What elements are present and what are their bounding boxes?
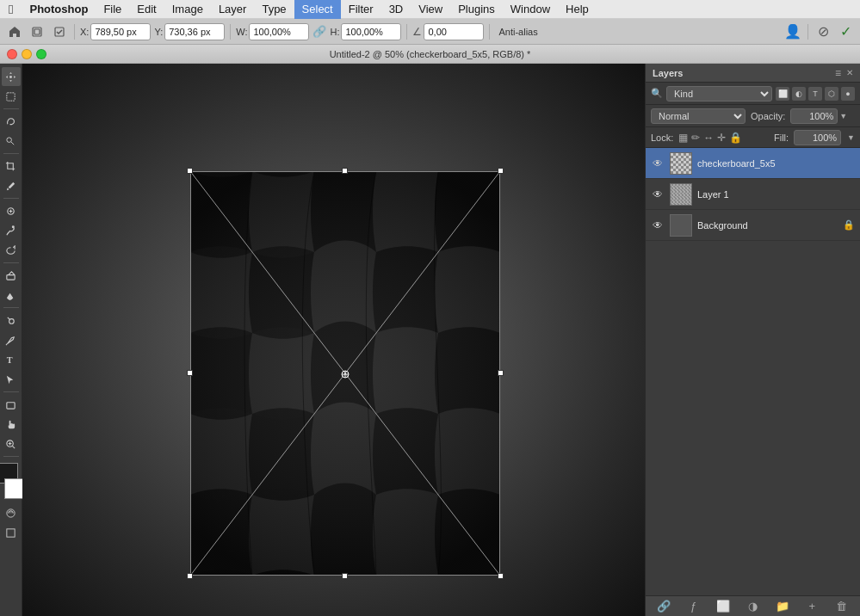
opacity-field: ▼ bbox=[790, 108, 847, 124]
angle-field: ∠ bbox=[412, 23, 484, 40]
maximize-button[interactable] bbox=[36, 49, 46, 59]
fill-dropdown-icon[interactable]: ▼ bbox=[847, 133, 855, 142]
transform-handle-top-right[interactable] bbox=[498, 168, 504, 174]
zoom-tool[interactable] bbox=[2, 434, 21, 453]
options-icon[interactable]: 👤 bbox=[783, 22, 802, 41]
layers-panel-menu-icon[interactable]: ≡ bbox=[835, 67, 841, 79]
transform-handle-bottom-right[interactable] bbox=[498, 573, 504, 579]
hand-tool[interactable] bbox=[2, 415, 21, 434]
quick-selection-tool[interactable] bbox=[2, 132, 21, 151]
eyedropper-tool[interactable] bbox=[2, 176, 21, 195]
lock-artboard-icon[interactable]: ↔ bbox=[703, 132, 714, 144]
layer-item[interactable]: 👁 checkerboard_5x5 bbox=[646, 148, 860, 179]
layer-visibility-icon[interactable]: 👁 bbox=[651, 157, 665, 170]
x-input[interactable] bbox=[90, 23, 151, 40]
menu-select[interactable]: Select bbox=[294, 0, 341, 19]
move-tool[interactable] bbox=[2, 67, 21, 86]
close-button[interactable] bbox=[7, 49, 17, 59]
lock-paint-icon[interactable]: ✏ bbox=[691, 132, 700, 144]
menu-help[interactable]: Help bbox=[558, 0, 597, 19]
path-selection-tool[interactable] bbox=[2, 370, 21, 389]
filter-pixel-icon[interactable]: ⬜ bbox=[776, 87, 789, 101]
eraser-tool[interactable] bbox=[2, 266, 21, 285]
confirm-transform-button[interactable]: ✓ bbox=[836, 22, 855, 41]
menu-3d[interactable]: 3D bbox=[381, 0, 411, 19]
layers-panel-close-icon[interactable]: ✕ bbox=[846, 68, 853, 77]
transform-handle-middle-right[interactable] bbox=[498, 370, 504, 376]
layer-visibility-icon[interactable]: 👁 bbox=[651, 219, 665, 232]
marquee-tool[interactable] bbox=[2, 87, 21, 106]
window-title: Untitled-2 @ 50% (checkerboard_5x5, RGB/… bbox=[330, 49, 531, 59]
menu-edit[interactable]: Edit bbox=[129, 0, 164, 19]
screen-mode-tool[interactable] bbox=[2, 523, 21, 542]
menu-type[interactable]: Type bbox=[254, 0, 294, 19]
delete-layer-button[interactable]: 🗑 bbox=[833, 598, 851, 615]
apple-menu[interactable]:  bbox=[0, 2, 22, 16]
spot-healing-tool[interactable] bbox=[2, 201, 21, 220]
filter-shape-icon[interactable]: ⬡ bbox=[825, 87, 838, 101]
paint-bucket-tool[interactable] bbox=[2, 286, 21, 305]
add-style-button[interactable]: ƒ bbox=[685, 598, 702, 615]
transform-center-point[interactable] bbox=[341, 369, 350, 378]
clone-stamp-tool[interactable] bbox=[2, 241, 21, 260]
menu-window[interactable]: Window bbox=[503, 0, 558, 19]
lasso-tool[interactable] bbox=[2, 112, 21, 131]
cancel-transform-button[interactable]: ⊘ bbox=[814, 22, 832, 41]
home-icon[interactable] bbox=[5, 22, 24, 41]
layers-kind-select[interactable]: Kind bbox=[666, 86, 772, 102]
checkbox-icon[interactable] bbox=[50, 22, 69, 41]
layer-item[interactable]: 👁 Background 🔒 bbox=[646, 210, 860, 241]
angle-input[interactable] bbox=[424, 23, 484, 40]
x-field: X: bbox=[80, 23, 151, 40]
filter-smart-icon[interactable]: ● bbox=[841, 87, 855, 101]
menu-image[interactable]: Image bbox=[164, 0, 211, 19]
w-input[interactable] bbox=[249, 23, 309, 40]
menu-layer[interactable]: Layer bbox=[211, 0, 255, 19]
link-dimensions-icon[interactable]: 🔗 bbox=[312, 25, 326, 38]
lock-transparency-icon[interactable]: ▦ bbox=[678, 132, 688, 144]
quick-mask-tool[interactable] bbox=[2, 503, 21, 522]
link-layers-button[interactable]: 🔗 bbox=[655, 598, 672, 615]
layer-visibility-icon[interactable]: 👁 bbox=[651, 188, 665, 201]
svg-point-3 bbox=[9, 76, 12, 78]
new-layer-button[interactable]: + bbox=[803, 598, 820, 615]
transform-options-icon[interactable] bbox=[28, 22, 46, 41]
new-group-button[interactable]: 📁 bbox=[774, 598, 791, 615]
menu-file[interactable]: File bbox=[96, 0, 129, 19]
menu-photoshop[interactable]: Photoshop bbox=[22, 0, 96, 19]
transform-handle-bottom-center[interactable] bbox=[342, 573, 348, 579]
filter-type-icon[interactable]: T bbox=[808, 87, 822, 101]
new-adjustment-button[interactable]: ◑ bbox=[744, 598, 761, 615]
transform-handle-top-center[interactable] bbox=[342, 168, 348, 174]
crop-tool[interactable] bbox=[2, 157, 21, 176]
pen-tool[interactable] bbox=[2, 330, 21, 349]
svg-rect-22 bbox=[7, 528, 15, 536]
left-toolbar: T bbox=[0, 64, 22, 616]
menu-filter[interactable]: Filter bbox=[341, 0, 381, 19]
text-tool[interactable]: T bbox=[2, 350, 21, 369]
window-controls bbox=[7, 49, 46, 59]
y-input[interactable] bbox=[164, 23, 225, 40]
dodge-tool[interactable] bbox=[2, 311, 21, 330]
filter-adjustment-icon[interactable]: ◐ bbox=[792, 87, 806, 101]
menu-view[interactable]: View bbox=[411, 0, 450, 19]
transform-handle-bottom-left[interactable] bbox=[187, 573, 193, 579]
add-mask-button[interactable]: ⬜ bbox=[715, 598, 732, 615]
canvas-area[interactable] bbox=[22, 64, 645, 616]
minimize-button[interactable] bbox=[22, 49, 32, 59]
layer-item[interactable]: 👁 Layer 1 bbox=[646, 179, 860, 210]
opacity-input[interactable] bbox=[790, 108, 838, 124]
background-color[interactable] bbox=[4, 478, 25, 499]
brush-tool[interactable] bbox=[2, 221, 21, 240]
transform-handle-top-left[interactable] bbox=[187, 168, 193, 174]
lock-all-icon[interactable]: 🔒 bbox=[729, 132, 742, 144]
shape-tool[interactable] bbox=[2, 395, 21, 414]
transform-handle-middle-left[interactable] bbox=[187, 370, 193, 376]
menu-plugins[interactable]: Plugins bbox=[450, 0, 503, 19]
blend-mode-select[interactable]: Normal bbox=[651, 108, 746, 124]
h-input[interactable] bbox=[341, 23, 401, 40]
fill-input[interactable] bbox=[794, 130, 841, 145]
opacity-dropdown-icon[interactable]: ▼ bbox=[839, 112, 847, 120]
toolbar-separator-4 bbox=[489, 24, 490, 40]
lock-position-icon[interactable]: ✛ bbox=[717, 132, 726, 144]
